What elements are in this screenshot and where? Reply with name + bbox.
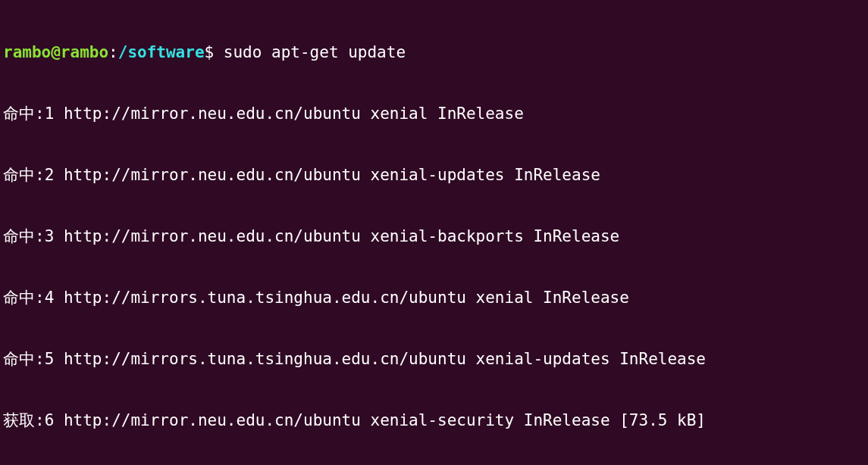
command-text: sudo apt-get update [224, 43, 406, 61]
output-line: 获取:6 http://mirror.neu.edu.cn/ubuntu xen… [3, 410, 865, 431]
prompt-dollar: $ [205, 43, 224, 61]
output-line: 命中:1 http://mirror.neu.edu.cn/ubuntu xen… [3, 104, 865, 124]
output-line: 命中:4 http://mirrors.tuna.tsinghua.edu.cn… [3, 288, 865, 308]
output-line: 命中:5 http://mirrors.tuna.tsinghua.edu.cn… [3, 349, 865, 370]
prompt-path: /software [118, 43, 205, 61]
prompt-colon: : [108, 43, 118, 61]
prompt-user-host: rambo@rambo [3, 43, 108, 61]
output-line: 命中:2 http://mirror.neu.edu.cn/ubuntu xen… [3, 165, 865, 186]
output-line: 命中:3 http://mirror.neu.edu.cn/ubuntu xen… [3, 226, 865, 247]
terminal[interactable]: rambo@rambo:/software$ sudo apt-get upda… [0, 0, 868, 465]
prompt-line: rambo@rambo:/software$ sudo apt-get upda… [3, 42, 865, 63]
